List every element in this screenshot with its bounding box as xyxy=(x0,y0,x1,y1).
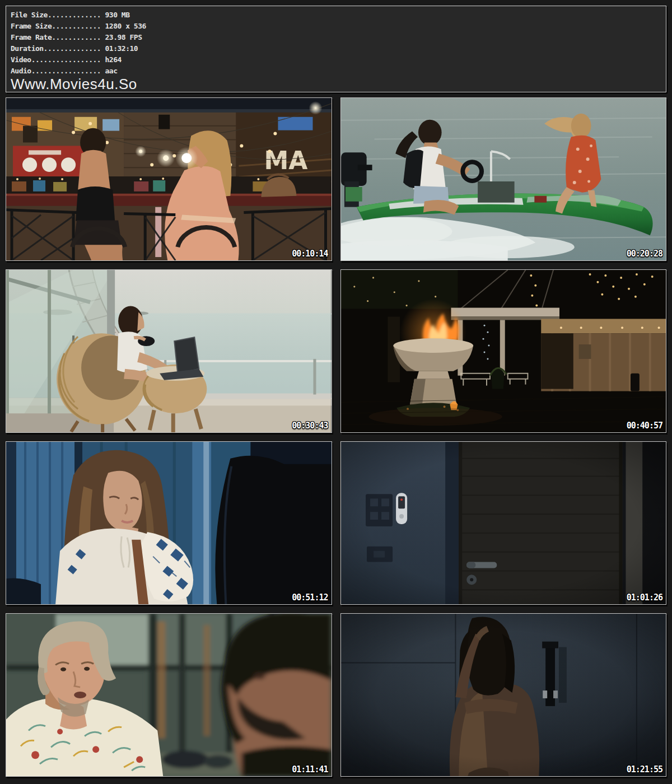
scene-fire-fountain xyxy=(341,270,666,432)
scene-shower xyxy=(341,614,666,776)
duration-line: Duration.............. 01:32:10 xyxy=(11,43,661,54)
scene-two-men xyxy=(6,614,332,776)
timestamp-overlay: 01:21:55 xyxy=(627,766,662,774)
timestamp-overlay: 00:51:12 xyxy=(292,594,328,602)
screenshot-thumbnail-2[interactable]: 00:20:28 xyxy=(340,97,667,261)
screenshot-thumbnail-4[interactable]: 00:40:57 xyxy=(340,269,667,433)
site-watermark: Www.Movies4u.So xyxy=(11,77,661,92)
screenshot-thumbnail-3[interactable]: 00:30:43 xyxy=(6,269,332,433)
timestamp-overlay: 01:11:41 xyxy=(292,766,328,774)
frame-rate-line: Frame Rate............ 23.98 FPS xyxy=(11,32,661,43)
screenshot-grid: MA xyxy=(6,97,666,777)
audio-codec-line: Audio................. aac xyxy=(11,66,661,77)
timestamp-overlay: 00:30:43 xyxy=(292,422,328,430)
scene-green-boat xyxy=(341,98,666,260)
screenshot-thumbnail-8[interactable]: 01:21:55 xyxy=(340,613,667,777)
scene-balcony-laptop xyxy=(6,270,332,432)
video-codec-line: Video................. h264 xyxy=(11,54,661,66)
timestamp-overlay: 00:10:14 xyxy=(292,250,328,258)
silhouette xyxy=(215,456,331,604)
younger-man xyxy=(221,614,331,776)
file-size-line: File Size............. 930 MB xyxy=(11,10,661,21)
scene-blouse-woman xyxy=(6,442,332,604)
scene-dark-door xyxy=(341,442,666,604)
screenshot-thumbnail-5[interactable]: 00:51:12 xyxy=(6,441,332,605)
timestamp-overlay: 00:40:57 xyxy=(627,422,662,430)
scene-night-market: MA xyxy=(6,98,332,260)
screenshot-thumbnail-7[interactable]: 01:11:41 xyxy=(6,613,332,777)
timestamp-overlay: 00:20:28 xyxy=(627,250,662,258)
frame-size-line: Frame Size............ 1280 x 536 xyxy=(11,21,661,32)
timestamp-overlay: 01:01:26 xyxy=(627,594,662,602)
screenshot-thumbnail-6[interactable]: 01:01:26 xyxy=(340,441,667,605)
screenshot-thumbnail-1[interactable]: MA xyxy=(6,97,332,261)
file-info-panel: File Size............. 930 MB Frame Size… xyxy=(6,6,666,92)
